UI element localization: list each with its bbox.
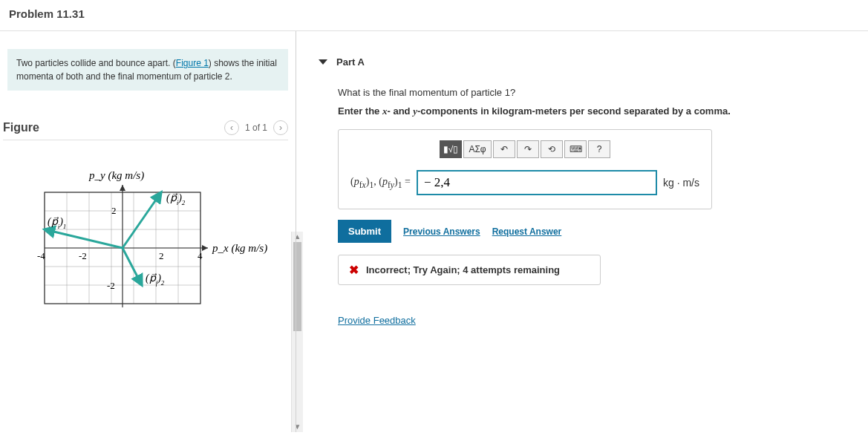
undo-button[interactable]: ↶ (493, 140, 515, 158)
caret-down-icon (319, 59, 327, 65)
svg-line-20 (45, 229, 123, 248)
y-axis-label: p_y (kg m/s) (88, 169, 144, 182)
x-axis-label: p_x (kg m/s) (212, 242, 267, 255)
problem-statement: Two particles collide and bounce apart. … (7, 49, 288, 91)
svg-text:2: 2 (159, 250, 164, 261)
question-text: What is the final momentum of particle 1… (338, 87, 846, 98)
request-answer-link[interactable]: Request Answer (492, 226, 562, 237)
svg-text:2: 2 (111, 205, 117, 216)
answer-input[interactable] (417, 170, 657, 195)
right-pane: Part A What is the final momentum of par… (296, 31, 868, 432)
figure-prev-button[interactable]: ‹ (224, 120, 239, 135)
equation-toolbar: ▮√▯ ΑΣφ ↶ ↷ ⟲ ⌨ ? (350, 140, 699, 158)
answer-prefix: (pfx)1, (pfy)1 = (350, 176, 411, 190)
feedback-text: Incorrect; Try Again; 4 attempts remaini… (366, 264, 560, 275)
feedback-box: ✖ Incorrect; Try Again; 4 attempts remai… (338, 255, 601, 285)
problem-title: Problem 11.31 (0, 0, 868, 30)
reset-button[interactable]: ⟲ (541, 140, 563, 158)
part-header[interactable]: Part A (319, 56, 846, 68)
provide-feedback-link[interactable]: Provide Feedback (338, 315, 846, 326)
template-button[interactable]: ▮√▯ (440, 140, 462, 158)
figure-label: Figure (3, 121, 39, 134)
figure-area: p_y (kg m/s) p_x (kg m/s) -4 -2 2 4 2 -2… (0, 140, 296, 328)
incorrect-icon: ✖ (349, 263, 359, 277)
svg-text:-4: -4 (37, 250, 45, 261)
left-pane: Two particles collide and bounce apart. … (0, 31, 296, 432)
answer-unit: kg · m/s (663, 177, 699, 189)
svg-text:(p⃗i)1: (p⃗i)1 (48, 216, 66, 230)
previous-answers-link[interactable]: Previous Answers (403, 226, 480, 237)
svg-text:4: 4 (198, 250, 203, 261)
svg-marker-19 (120, 185, 125, 191)
svg-marker-18 (202, 245, 208, 251)
momentum-plot: p_y (kg m/s) p_x (kg m/s) -4 -2 2 4 2 -2… (15, 163, 267, 326)
answer-box: ▮√▯ ΑΣφ ↶ ↷ ⟲ ⌨ ? (pfx)1, (pfy)1 = kg · … (338, 129, 712, 209)
svg-line-21 (123, 192, 161, 248)
greek-button[interactable]: ΑΣφ (463, 140, 492, 158)
svg-text:-2: -2 (79, 250, 87, 261)
submit-button[interactable]: Submit (338, 220, 391, 243)
keyboard-button[interactable]: ⌨ (564, 140, 587, 158)
part-label: Part A (336, 56, 365, 68)
figure-next-button[interactable]: › (273, 120, 288, 135)
help-button[interactable]: ? (588, 140, 610, 158)
prompt-pre: Two particles collide and bounce apart. … (16, 58, 176, 68)
svg-text:(p⃗f)2: (p⃗f)2 (146, 272, 165, 287)
redo-button[interactable]: ↷ (517, 140, 539, 158)
figure-link[interactable]: Figure 1 (176, 58, 209, 68)
svg-text:(p⃗i)2: (p⃗i)2 (166, 192, 186, 206)
figure-counter: 1 of 1 (245, 123, 267, 133)
question-hint: Enter the x- and y-components in kilogra… (338, 105, 846, 117)
svg-text:-2: -2 (107, 280, 115, 291)
